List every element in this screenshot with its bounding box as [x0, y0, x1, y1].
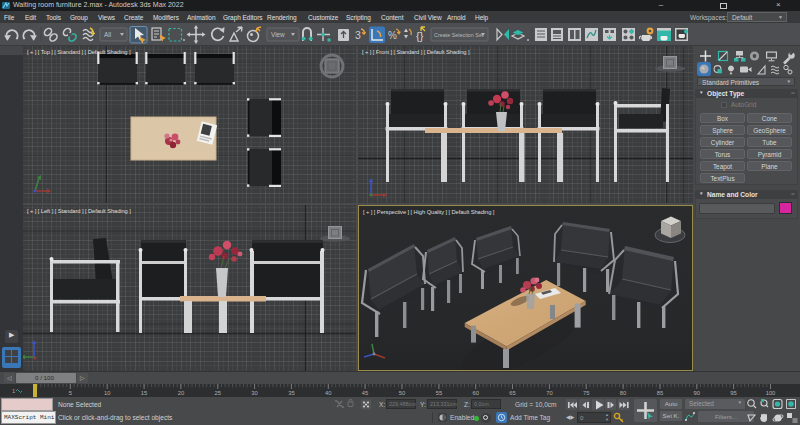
svg-text:Create Selection Set: Create Selection Set — [434, 32, 484, 38]
svg-text:100: 100 — [766, 390, 776, 396]
svg-text:40: 40 — [325, 390, 331, 396]
svg-text:75: 75 — [583, 390, 589, 396]
svg-text:View: View — [271, 31, 285, 38]
svg-text:20: 20 — [178, 390, 184, 396]
svg-text:All: All — [104, 31, 111, 38]
svg-text:45: 45 — [362, 390, 368, 396]
svg-text:95: 95 — [730, 390, 736, 396]
svg-text:55: 55 — [436, 390, 442, 396]
svg-text:60: 60 — [472, 390, 478, 396]
svg-text:3: 3 — [355, 29, 361, 41]
svg-text:65: 65 — [509, 390, 515, 396]
svg-text:35: 35 — [288, 390, 294, 396]
svg-text:5: 5 — [69, 390, 72, 396]
svg-text:15: 15 — [141, 390, 147, 396]
svg-text:90: 90 — [694, 390, 700, 396]
svg-text:1: 1 — [12, 388, 16, 394]
svg-text:70: 70 — [546, 390, 552, 396]
svg-text:10: 10 — [104, 390, 110, 396]
svg-text:50: 50 — [399, 390, 405, 396]
svg-text:%: % — [388, 30, 397, 41]
svg-text:{}: {} — [416, 30, 424, 42]
svg-text:25: 25 — [215, 390, 221, 396]
svg-text:85: 85 — [657, 390, 663, 396]
svg-text:80: 80 — [620, 390, 626, 396]
svg-text:30: 30 — [251, 390, 257, 396]
